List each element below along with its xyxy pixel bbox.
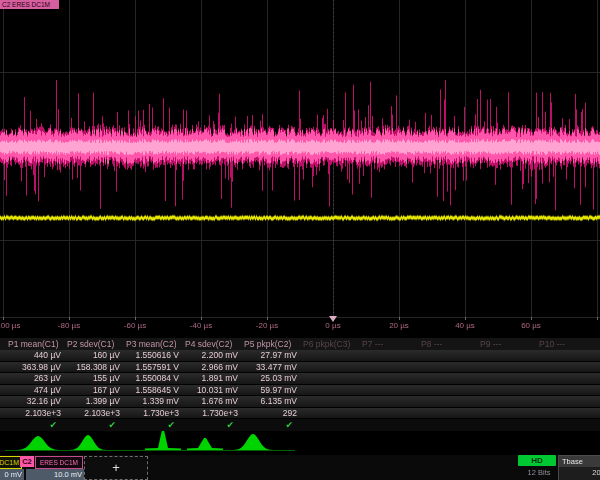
oscilloscope-screen: C2 ERES DC1M -100 µs-80 µs-60 µs-40 µs-2… [0, 0, 600, 480]
param-header[interactable]: P8 --- [421, 339, 480, 349]
time-axis-label: -20 µs [256, 321, 278, 330]
c2-coupling-label[interactable]: ERES DC1M [35, 456, 83, 469]
trigger-position-marker[interactable] [329, 316, 337, 322]
param-value: 27.97 mV [244, 350, 303, 360]
param-value: 1.558645 V [126, 385, 185, 395]
time-axis-label: 20 µs [389, 321, 409, 330]
param-value: 1.550084 V [126, 373, 185, 383]
param-value: 1.730e+3 [185, 408, 244, 418]
param-value: 263 µV [8, 373, 67, 383]
add-trace-button[interactable]: + [84, 456, 148, 480]
param-value: 1.730e+3 [126, 408, 185, 418]
param-value: 1.399 µV [67, 396, 126, 406]
param-value: 1.557591 V [126, 362, 185, 372]
param-value: 155 µV [67, 373, 126, 383]
param-header[interactable]: P4 sdev(C2) [185, 339, 244, 349]
hd-bits-label: 12 Bits [521, 468, 557, 477]
param-header[interactable]: P5 pkpk(C2) [244, 339, 303, 349]
c1-vdiv-value: 0 mV [0, 469, 24, 480]
c2-vdiv-value: 10.0 mV [26, 469, 85, 480]
param-status-check-icon: ✔ [185, 420, 244, 430]
param-value: 33.477 mV [244, 362, 303, 372]
trace-annotation-badge: C2 ERES DC1M [0, 0, 59, 9]
param-value: 2.966 mV [185, 362, 244, 372]
param-value: 160 µV [67, 350, 126, 360]
measurement-table: P1 mean(C1)P2 sdev(C1)P3 mean(C2)P4 sdev… [0, 338, 600, 431]
param-value: 2.103e+3 [8, 408, 67, 418]
param-value: 1.550616 V [126, 350, 185, 360]
channel-c2-tab[interactable]: C2 [20, 456, 34, 467]
time-axis-label: -40 µs [190, 321, 212, 330]
param-header[interactable]: P3 mean(C2) [126, 339, 185, 349]
param-status-check-icon: ✔ [8, 420, 67, 430]
time-axis-label: -80 µs [58, 321, 80, 330]
c1-coupling-label: DC1M [0, 459, 19, 466]
param-value: 32.16 µV [8, 396, 67, 406]
param-value: 1.339 mV [126, 396, 185, 406]
measurement-histicons [0, 431, 600, 454]
param-value: 10.031 mV [185, 385, 244, 395]
param-value: 363.98 µV [8, 362, 67, 372]
param-value: 440 µV [8, 350, 67, 360]
time-axis-label: -60 µs [124, 321, 146, 330]
hd-mode-badge[interactable]: HD [518, 455, 556, 466]
param-value: 1.676 mV [185, 396, 244, 406]
waveform-grid-canvas [0, 0, 600, 336]
param-value: 292 [244, 408, 303, 418]
param-value: 1.891 mV [185, 373, 244, 383]
param-value: 59.97 mV [244, 385, 303, 395]
plus-icon: + [112, 460, 120, 475]
time-axis-label: 60 µs [521, 321, 541, 330]
descriptor-bar: DC1M 0 mV C2 ERES DC1M 10.0 mV + HD 12 B… [0, 455, 600, 480]
timebase-label: Tbase [559, 456, 600, 467]
param-value: 25.03 mV [244, 373, 303, 383]
param-value: 167 µV [67, 385, 126, 395]
param-value: 2.200 mV [185, 350, 244, 360]
param-header[interactable]: P10 --- [539, 339, 598, 349]
param-header[interactable]: P9 --- [480, 339, 539, 349]
param-status-check-icon: ✔ [67, 420, 126, 430]
time-axis-label: 0 µs [325, 321, 340, 330]
time-axis-label: -100 µs [0, 321, 20, 330]
param-header[interactable]: P2 sdev(C1) [67, 339, 126, 349]
param-value: 6.135 mV [244, 396, 303, 406]
timebase-descriptor[interactable]: Tbase 20.0 µs [558, 455, 600, 480]
param-value: 474 µV [8, 385, 67, 395]
param-value: 158.308 µV [67, 362, 126, 372]
time-axis: -100 µs-80 µs-60 µs-40 µs-20 µs0 µs20 µs… [0, 319, 600, 335]
param-value: 2.103e+3 [67, 408, 126, 418]
time-axis-label: 40 µs [455, 321, 475, 330]
param-header[interactable]: P6 pkpk(C3) [303, 339, 362, 349]
param-status-check-icon: ✔ [244, 420, 303, 430]
timebase-value: 20.0 µs [559, 467, 600, 479]
param-header[interactable]: P7 --- [362, 339, 421, 349]
channel-c1-descriptor[interactable]: DC1M [0, 456, 22, 469]
param-header[interactable]: P1 mean(C1) [8, 339, 67, 349]
param-status-check-icon: ✔ [126, 420, 185, 430]
